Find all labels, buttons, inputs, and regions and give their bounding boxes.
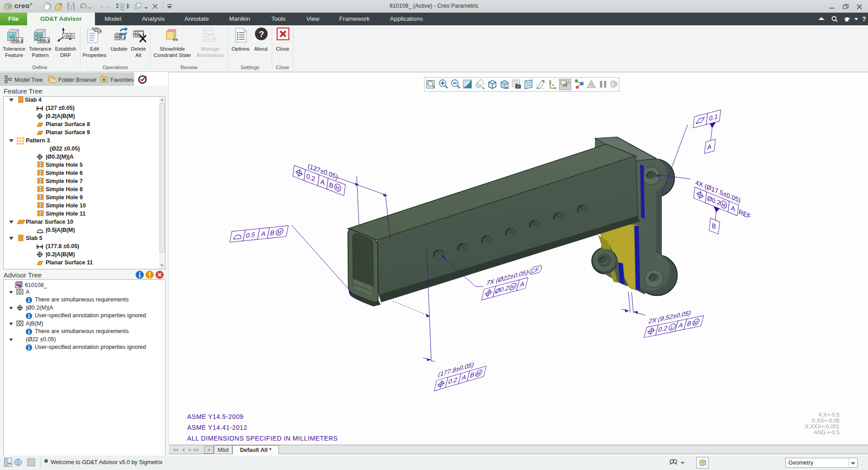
svg-text:0.1: 0.1 [17,38,23,43]
svg-text:CF: CF [530,266,539,275]
svg-text:A: A [64,34,66,38]
svg-text:0.1: 0.1 [43,38,49,43]
svg-text:C: C [72,34,75,38]
svg-text:REF: REF [738,208,751,220]
svg-text:0.5: 0.5 [245,231,256,239]
svg-text:B: B [68,34,71,38]
svg-text:0.1: 0.1 [138,32,145,37]
svg-text:?: ? [862,15,866,23]
svg-text:?: ? [259,29,264,39]
